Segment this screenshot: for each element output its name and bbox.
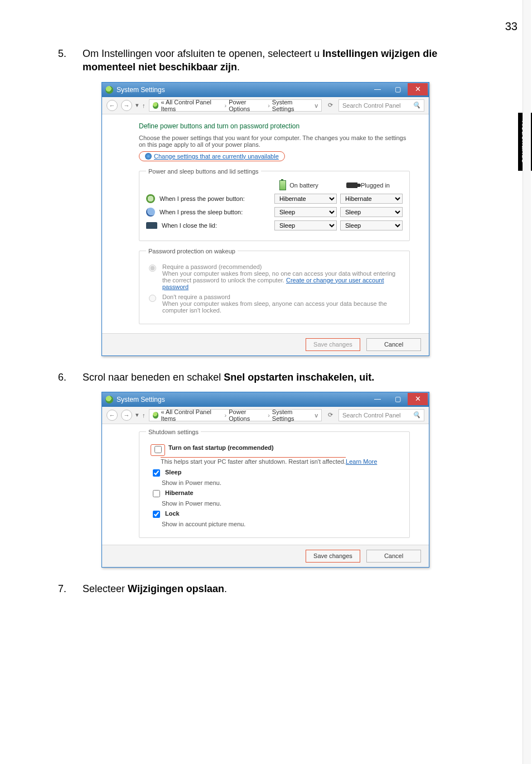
sleep-checkbox[interactable] [153,469,160,477]
sleep-button-icon [146,208,155,217]
minimize-button[interactable]: — [367,393,388,405]
maximize-button[interactable]: ▢ [388,83,408,95]
scrollbar[interactable] [523,0,531,764]
up-button[interactable]: ↑ [142,412,146,419]
close-button[interactable]: ✕ [408,393,428,405]
lock-desc: Show in account picture menu. [162,521,403,527]
page-number: 33 [505,20,518,33]
titlebar: System Settings — ▢ ✕ [102,392,429,407]
forward-button[interactable]: → [121,100,132,111]
save-button[interactable]: Save changes [306,550,360,563]
fast-startup-desc: This helps start your PC faster after sh… [161,458,346,465]
page-description: Choose the power settings that you want … [139,134,410,148]
refresh-button[interactable]: ⟳ [325,102,335,109]
control-panel-icon [105,396,113,403]
chevron-down-icon[interactable]: v [315,412,318,419]
lock-checkbox[interactable] [153,511,160,518]
cancel-button[interactable]: Cancel [366,338,421,351]
no-password-desc: When your computer wakes from sleep, any… [162,300,403,314]
require-password-radio[interactable] [149,265,156,272]
battery-icon [279,180,286,190]
row-lid-label: When I close the lid: [162,222,217,229]
power-button-icon [146,194,155,203]
control-panel-icon [153,102,159,109]
step-7-text: 7.Selecteer Wijzigingen opslaan. [70,582,482,595]
forward-button[interactable]: → [121,410,132,421]
breadcrumb[interactable]: « All Control Panel Items› Power Options… [149,409,322,421]
require-password-title: Require a password (recommended) [162,263,403,270]
shield-icon [145,153,152,160]
search-icon: 🔍 [413,411,420,419]
row-power-label: When I press the power button: [159,195,245,202]
change-unavailable-link[interactable]: Change settings that are currently unava… [139,151,285,161]
power-plugged-select[interactable]: Hibernate [340,194,403,204]
shutdown-group-legend: Shutdown settings [146,429,201,435]
recent-dropdown-icon[interactable]: ▾ [136,102,139,109]
chevron-down-icon[interactable]: v [315,102,318,109]
learn-more-link[interactable]: Learn More [346,458,377,465]
row-sleep-label: When I press the sleep button: [159,209,243,215]
step-6-text: 6.Scrol naar beneden en schakel Snel ops… [70,371,482,384]
step-5-text: 5.Om Instellingen voor afsluiten te open… [70,47,482,74]
password-group-legend: Password protection on wakeup [146,248,238,254]
window-title: System Settings [117,86,165,94]
footer-bar: Save changes Cancel [102,545,429,567]
shutdown-settings-group: Shutdown settings Turn on fast startup (… [139,429,410,538]
minimize-button[interactable]: — [367,83,388,95]
hibernate-checkbox[interactable] [153,490,160,497]
sleep-plugged-select[interactable]: Sleep [340,207,403,217]
up-button[interactable]: ↑ [142,102,146,109]
maximize-button[interactable]: ▢ [388,393,408,405]
group-legend: Power and sleep buttons and lid settings [146,168,261,175]
system-settings-window-2: System Settings — ▢ ✕ ← → ▾ ↑ « All Cont… [101,392,429,568]
control-panel-icon [153,412,159,419]
breadcrumb[interactable]: « All Control Panel Items› Power Options… [149,99,322,112]
hibernate-desc: Show in Power menu. [162,500,403,507]
search-input[interactable]: Search Control Panel🔍 [338,409,424,421]
lid-plugged-select[interactable]: Sleep [340,220,403,230]
address-bar: ← → ▾ ↑ « All Control Panel Items› Power… [102,97,429,114]
search-input[interactable]: Search Control Panel🔍 [338,99,424,112]
lock-label: Lock [165,510,180,517]
password-group: Password protection on wakeup Require a … [139,248,410,324]
sleep-label: Sleep [165,469,181,475]
cancel-button[interactable]: Cancel [366,550,421,563]
buttons-lid-group: Power and sleep buttons and lid settings… [139,168,410,241]
fast-startup-checkbox[interactable] [154,446,162,453]
sleep-desc: Show in Power menu. [162,479,403,486]
back-button[interactable]: ← [107,410,118,421]
back-button[interactable]: ← [107,100,118,111]
system-settings-window-1: System Settings — ▢ ✕ ← → ▾ ↑ « All Cont… [101,82,429,356]
col-plugged-label: Plugged in [361,182,390,189]
window-title: System Settings [117,396,165,403]
plug-icon [346,182,357,188]
col-battery-label: On battery [289,182,318,189]
refresh-button[interactable]: ⟳ [325,411,335,419]
no-password-radio[interactable] [149,295,156,302]
power-battery-select[interactable]: Hibernate [274,194,337,204]
address-bar: ← → ▾ ↑ « All Control Panel Items› Power… [102,407,429,424]
close-button[interactable]: ✕ [408,83,428,95]
hibernate-label: Hibernate [165,489,194,496]
control-panel-icon [105,86,113,94]
page-heading: Define power buttons and turn on passwor… [139,122,410,130]
recent-dropdown-icon[interactable]: ▾ [136,411,139,419]
no-password-title: Don't require a password [162,294,403,300]
fast-startup-label: Turn on fast startup (recommended) [168,444,274,451]
lid-battery-select[interactable]: Sleep [274,220,337,230]
search-icon: 🔍 [413,102,420,109]
save-button[interactable]: Save changes [306,338,360,351]
sleep-battery-select[interactable]: Sleep [274,207,337,217]
lid-icon [146,222,157,229]
titlebar: System Settings — ▢ ✕ [102,83,429,97]
footer-bar: Save changes Cancel [102,333,429,355]
